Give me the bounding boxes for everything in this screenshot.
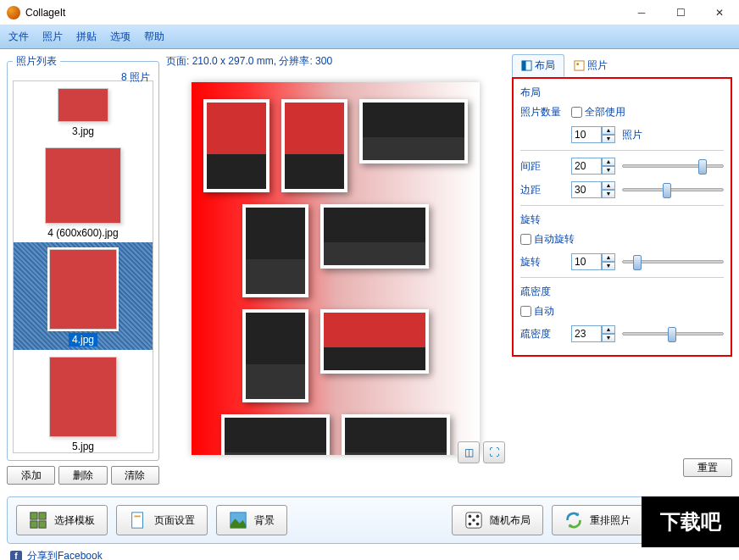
margin-input[interactable] — [571, 181, 602, 198]
section-density-title: 疏密度 — [520, 285, 724, 299]
svg-rect-1 — [522, 61, 526, 70]
thumbnail-label: 4 (600x600).jpg — [47, 227, 118, 239]
spacing-input[interactable] — [571, 158, 602, 175]
collage-image[interactable] — [320, 204, 429, 269]
rotate-slider[interactable] — [622, 260, 724, 263]
collage-image[interactable] — [281, 99, 347, 192]
photo-count-label: 8 照片 — [121, 70, 150, 85]
menu-collage[interactable]: 拼贴 — [76, 30, 97, 44]
collage-image[interactable] — [221, 414, 330, 455]
collage-image[interactable] — [320, 309, 429, 374]
close-button[interactable]: ✕ — [700, 0, 739, 25]
rotate-label: 旋转 — [520, 255, 564, 269]
collage-image[interactable] — [242, 204, 308, 297]
watermark: 下载吧 — [642, 496, 739, 547]
margin-slider[interactable] — [622, 188, 724, 191]
crop-button[interactable]: ◫ — [458, 441, 480, 463]
bottom-toolbar: 选择模板 页面设置 背景 随机布局 重排照片 输出 — [7, 496, 732, 544]
list-item[interactable]: 5.jpg — [14, 350, 153, 453]
maximize-button[interactable]: ☐ — [661, 0, 700, 25]
rearrange-button[interactable]: 重排照片 — [552, 505, 643, 535]
app-title: CollageIt — [25, 7, 622, 19]
density-input[interactable] — [571, 325, 602, 342]
svg-point-3 — [576, 63, 579, 65]
density-label: 疏密度 — [520, 327, 564, 341]
photo-icon — [574, 60, 585, 71]
menu-options[interactable]: 选项 — [110, 30, 131, 44]
collage-image[interactable] — [242, 309, 308, 402]
thumbnail-image — [49, 357, 117, 437]
collage-image[interactable] — [342, 414, 450, 455]
tab-photo[interactable]: 照片 — [564, 54, 617, 77]
background-button[interactable]: 背景 — [216, 505, 287, 535]
page-setup-button[interactable]: 页面设置 — [116, 505, 208, 535]
refresh-icon — [564, 511, 583, 530]
spinner[interactable]: ▲▼ — [602, 325, 615, 342]
use-all-checkbox[interactable] — [571, 107, 582, 118]
random-layout-button[interactable]: 随机布局 — [452, 505, 543, 535]
thumbnail-image — [49, 249, 117, 330]
page-icon — [129, 511, 147, 530]
section-rotate-title: 旋转 — [520, 213, 724, 227]
auto-density-checkbox[interactable] — [520, 306, 531, 317]
margin-label: 边距 — [520, 183, 564, 197]
select-template-button[interactable]: 选择模板 — [16, 505, 108, 535]
thumbnail-list[interactable]: 3.jpg 4 (600x600).jpg 4.jpg 5.jpg — [13, 80, 153, 453]
collage-image[interactable] — [203, 99, 269, 192]
menu-help[interactable]: 帮助 — [144, 30, 164, 44]
template-icon — [29, 511, 47, 530]
page-info-label: 页面: 210.0 x 297.0 mm, 分辨率: 300 — [166, 54, 505, 69]
collage-image[interactable] — [359, 99, 468, 164]
reset-button[interactable]: 重置 — [683, 458, 732, 477]
list-item[interactable]: 4.jpg — [14, 242, 153, 350]
svg-rect-2 — [575, 61, 584, 70]
svg-point-14 — [472, 518, 475, 522]
svg-rect-4 — [31, 513, 37, 519]
app-icon — [7, 6, 20, 19]
spacing-slider[interactable] — [622, 164, 724, 168]
add-button[interactable]: 添加 — [7, 466, 55, 485]
thumbnail-label: 4.jpg — [69, 333, 97, 347]
svg-rect-7 — [39, 521, 46, 528]
fit-button[interactable]: ⛶ — [483, 441, 505, 463]
spinner[interactable]: ▲▼ — [602, 181, 615, 198]
menu-photo[interactable]: 照片 — [42, 30, 63, 44]
spinner[interactable]: ▲▼ — [602, 158, 615, 175]
svg-point-16 — [476, 523, 480, 526]
rotate-input[interactable] — [571, 253, 602, 270]
svg-rect-6 — [31, 521, 37, 528]
photo-list-legend: 照片列表 — [13, 54, 60, 69]
collage-canvas[interactable] — [192, 82, 480, 455]
spinner[interactable]: ▲▼ — [602, 126, 615, 143]
tab-layout[interactable]: 布局 — [512, 54, 564, 77]
photo-count-input[interactable] — [571, 126, 602, 143]
svg-point-12 — [469, 515, 472, 518]
svg-point-13 — [476, 515, 480, 518]
facebook-icon: f — [10, 551, 22, 561]
clear-button[interactable]: 清除 — [111, 466, 159, 485]
share-facebook-link[interactable]: 分享到Facebook — [27, 549, 103, 560]
spinner[interactable]: ▲▼ — [602, 253, 615, 270]
section-layout-title: 布局 — [520, 86, 724, 100]
auto-rotate-checkbox[interactable] — [520, 234, 531, 245]
layout-settings: 布局 照片数量 全部使用 ▲▼ 照片 间距 ▲▼ 边距 ▲▼ 旋转 — [512, 77, 732, 357]
menubar: 文件 照片 拼贴 选项 帮助 — [0, 25, 739, 49]
remove-button[interactable]: 删除 — [58, 466, 107, 485]
layout-icon — [521, 60, 532, 71]
svg-point-15 — [469, 523, 472, 526]
density-slider[interactable] — [622, 332, 724, 335]
photo-list-panel: 照片列表 8 照片 3.jpg 4 (600x600).jpg 4.jpg 5. — [7, 49, 159, 490]
minimize-button[interactable]: ─ — [622, 0, 661, 25]
svg-rect-9 — [134, 516, 140, 518]
list-item[interactable]: 3.jpg — [14, 81, 153, 141]
canvas-panel: 页面: 210.0 x 297.0 mm, 分辨率: 300 — [159, 49, 512, 490]
thumbnail-image — [45, 147, 121, 224]
tab-bar: 布局 照片 — [512, 54, 732, 78]
dice-icon — [464, 511, 483, 530]
svg-rect-5 — [39, 513, 46, 519]
properties-panel: 布局 照片 布局 照片数量 全部使用 ▲▼ 照片 间距 ▲▼ — [512, 49, 732, 490]
menu-file[interactable]: 文件 — [8, 30, 29, 44]
list-item[interactable]: 4 (600x600).jpg — [14, 141, 153, 242]
thumbnail-label: 3.jpg — [72, 125, 94, 137]
thumbnail-image — [58, 88, 108, 122]
